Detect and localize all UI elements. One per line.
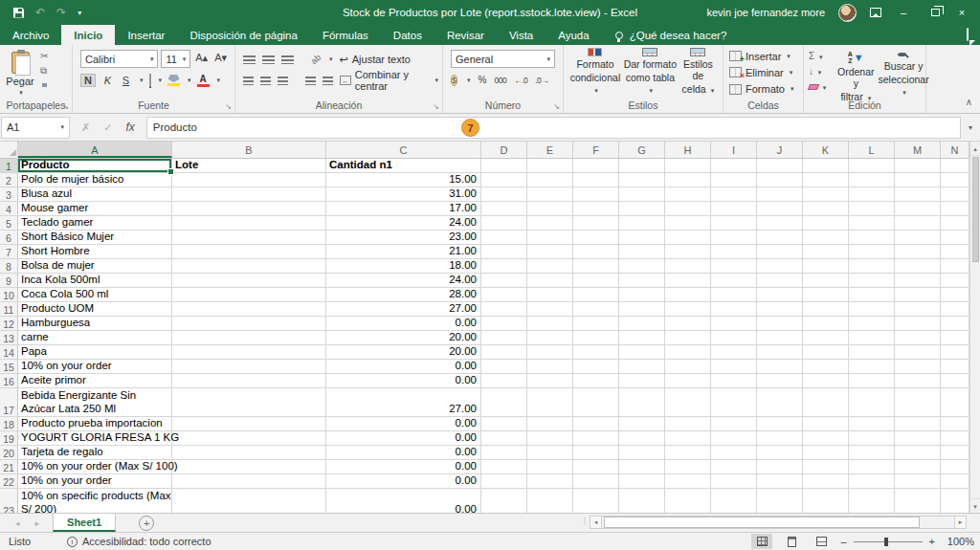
cell-J1[interactable] xyxy=(757,159,803,173)
cell-L10[interactable] xyxy=(849,288,895,302)
decrease-decimal-button[interactable]: .0→ xyxy=(535,76,548,85)
cell-I3[interactable] xyxy=(711,187,757,202)
vertical-scrollbar-thumb[interactable] xyxy=(972,157,979,262)
cell-D4[interactable] xyxy=(481,202,527,216)
cell-C19[interactable]: 0.00 xyxy=(326,431,481,446)
cell-B22[interactable] xyxy=(172,474,326,489)
row-header-15[interactable]: 15 xyxy=(0,360,18,374)
cell-G8[interactable] xyxy=(619,259,665,274)
cell-A5[interactable]: Teclado gamer xyxy=(18,216,172,231)
cell-K12[interactable] xyxy=(803,317,849,331)
cell-L11[interactable] xyxy=(849,302,895,317)
cell-G12[interactable] xyxy=(619,317,665,331)
cell-E8[interactable] xyxy=(527,259,573,274)
cell-F12[interactable] xyxy=(573,317,619,331)
cell-I21[interactable] xyxy=(711,460,757,474)
save-icon[interactable] xyxy=(13,8,24,18)
cell-F2[interactable] xyxy=(573,173,619,187)
cell-D8[interactable] xyxy=(481,259,527,274)
cell-E1[interactable] xyxy=(527,159,573,173)
decrease-indent-button[interactable] xyxy=(305,77,316,85)
cell-J18[interactable] xyxy=(757,417,803,431)
cell-K4[interactable] xyxy=(803,202,849,216)
dialog-launcher-icon[interactable]: ↘ xyxy=(553,102,560,111)
number-format-combo[interactable]: General▾ xyxy=(451,50,555,68)
column-header-A[interactable]: A xyxy=(18,142,172,158)
cell-L20[interactable] xyxy=(849,446,895,460)
cell-G19[interactable] xyxy=(619,431,665,446)
cell-I23[interactable] xyxy=(711,489,757,513)
view-page-break-button[interactable] xyxy=(811,534,832,549)
cell-F1[interactable] xyxy=(573,159,619,173)
cell-D1[interactable] xyxy=(481,159,527,173)
select-all-button[interactable]: ◢ xyxy=(0,142,18,158)
zoom-slider-thumb[interactable] xyxy=(884,538,888,546)
format-as-table-button[interactable]: Dar formato como tabla ▾ xyxy=(623,48,678,97)
cell-N13[interactable] xyxy=(941,331,969,345)
redo-icon[interactable]: ↷ xyxy=(56,7,66,18)
cell-I18[interactable] xyxy=(711,417,757,431)
cell-C6[interactable]: 23.00 xyxy=(326,231,481,245)
row-header-18[interactable]: 18 xyxy=(0,417,18,431)
cell-I22[interactable] xyxy=(711,474,757,489)
cell-C8[interactable]: 18.00 xyxy=(326,259,481,274)
horizontal-scrollbar[interactable]: ◂ ▸ xyxy=(590,516,967,529)
cell-M8[interactable] xyxy=(895,259,941,274)
cell-B17[interactable] xyxy=(172,388,326,417)
cell-N8[interactable] xyxy=(941,259,969,274)
cell-G16[interactable] xyxy=(619,374,665,388)
row-header-12[interactable]: 12 xyxy=(0,317,18,331)
column-header-I[interactable]: I xyxy=(711,142,757,158)
cell-E11[interactable] xyxy=(527,302,573,317)
wrap-text-button[interactable]: ↩ Ajustar texto xyxy=(340,54,411,66)
row-header-16[interactable]: 16 xyxy=(0,374,18,388)
cell-B3[interactable] xyxy=(172,187,326,202)
cell-I16[interactable] xyxy=(711,374,757,388)
insert-function-icon[interactable]: fx xyxy=(125,121,134,134)
cell-N20[interactable] xyxy=(941,446,969,460)
cell-E2[interactable] xyxy=(527,173,573,187)
cell-J15[interactable] xyxy=(757,360,803,374)
cell-B1[interactable]: Lote xyxy=(172,159,326,173)
row-header-2[interactable]: 2 xyxy=(0,173,18,187)
cell-G13[interactable] xyxy=(619,331,665,345)
cell-J10[interactable] xyxy=(757,288,803,302)
cell-B21[interactable] xyxy=(172,460,326,474)
cell-G22[interactable] xyxy=(619,474,665,489)
cell-L13[interactable] xyxy=(849,331,895,345)
cell-N1[interactable] xyxy=(941,159,969,173)
cell-D18[interactable] xyxy=(481,417,527,431)
close-button[interactable]: × xyxy=(953,7,970,18)
cell-G23[interactable] xyxy=(619,489,665,513)
cell-G17[interactable] xyxy=(619,388,665,417)
cell-M10[interactable] xyxy=(895,288,941,302)
row-header-21[interactable]: 21 xyxy=(0,460,18,474)
cell-B18[interactable] xyxy=(172,417,326,431)
row-header-9[interactable]: 9 xyxy=(0,274,18,288)
dialog-launcher-icon[interactable]: ↘ xyxy=(225,102,232,111)
cell-F23[interactable] xyxy=(573,489,619,513)
cell-A18[interactable]: Producto prueba importacion xyxy=(18,417,172,431)
cell-J4[interactable] xyxy=(757,202,803,216)
accounting-format-button[interactable]: $ xyxy=(451,74,457,86)
cell-H4[interactable] xyxy=(665,202,711,216)
cell-J22[interactable] xyxy=(757,474,803,489)
cell-D9[interactable] xyxy=(481,274,527,288)
view-normal-button[interactable] xyxy=(751,534,772,549)
cell-L16[interactable] xyxy=(849,374,895,388)
row-header-19[interactable]: 19 xyxy=(0,431,18,446)
cell-M15[interactable] xyxy=(895,360,941,374)
clear-button[interactable]: ▾ xyxy=(809,81,834,94)
cell-K15[interactable] xyxy=(803,360,849,374)
row-header-17[interactable]: 17 xyxy=(0,388,18,417)
cell-M17[interactable] xyxy=(895,388,941,417)
cell-C13[interactable]: 20.00 xyxy=(326,331,481,345)
cell-L15[interactable] xyxy=(849,360,895,374)
cell-B8[interactable] xyxy=(172,259,326,274)
cell-G3[interactable] xyxy=(619,187,665,202)
cell-D10[interactable] xyxy=(481,288,527,302)
cell-G15[interactable] xyxy=(619,360,665,374)
cell-I7[interactable] xyxy=(711,245,757,259)
cell-H15[interactable] xyxy=(665,360,711,374)
cell-A21[interactable]: 10% on your order (Max S/ 100) xyxy=(18,460,172,474)
